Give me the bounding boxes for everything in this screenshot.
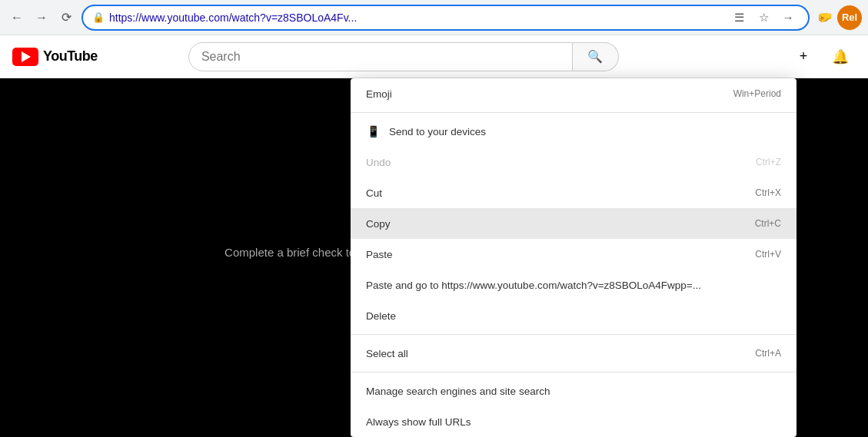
menu-item-label-cut: Cut xyxy=(366,187,382,199)
share-button[interactable]: → xyxy=(777,7,799,28)
reload-button[interactable]: ⟳ xyxy=(55,7,77,28)
menu-item-left-paste-and-go: Paste and go to https://www.youtube.com/… xyxy=(366,280,701,291)
youtube-right-actions: + 🔔 xyxy=(788,41,856,72)
main-content: Verify your age Complete a brief check t… xyxy=(0,78,868,437)
read-mode-button[interactable]: ☰ xyxy=(728,7,750,28)
notification-button[interactable]: 🔔 xyxy=(825,41,856,72)
menu-shortcut-paste: Ctrl+V xyxy=(755,249,781,260)
address-bar-actions: ☰ ☆ → xyxy=(728,7,799,28)
menu-item-left-delete: Delete xyxy=(366,310,396,322)
menu-item-left-cut: Cut xyxy=(366,187,382,199)
context-menu-item-delete[interactable]: Delete xyxy=(351,300,796,331)
menu-item-label-delete: Delete xyxy=(366,310,396,322)
context-menu-item-paste-and-go[interactable]: Paste and go to https://www.youtube.com/… xyxy=(351,270,796,300)
profile-button[interactable]: Rel xyxy=(837,5,862,30)
context-menu-item-send-to-devices[interactable]: 📱Send to your devices xyxy=(351,116,796,147)
address-bar[interactable]: 🔒 ☰ ☆ → xyxy=(81,5,810,31)
menu-item-label-show-full-urls: Always show full URLs xyxy=(366,416,471,428)
menu-shortcut-cut: Ctrl+X xyxy=(755,187,781,198)
menu-shortcut-copy: Ctrl+C xyxy=(755,218,781,229)
context-menu: EmojiWin+Period📱Send to your devicesUndo… xyxy=(351,78,796,437)
secure-icon: 🔒 xyxy=(92,12,105,23)
menu-item-label-paste: Paste xyxy=(366,249,393,260)
extensions-button[interactable]: 🤛 xyxy=(814,7,836,28)
context-menu-item-cut[interactable]: CutCtrl+X xyxy=(351,177,796,208)
browser-chrome: ← → ⟳ 🔒 ☰ ☆ → 🤛 Rel xyxy=(0,0,868,35)
menu-item-left-emoji: Emoji xyxy=(366,88,392,100)
menu-item-label-emoji: Emoji xyxy=(366,88,392,100)
forward-button[interactable]: → xyxy=(31,7,52,28)
browser-right-actions: 🤛 Rel xyxy=(814,5,862,30)
menu-item-label-send-to-devices: Send to your devices xyxy=(389,126,486,137)
create-button[interactable]: + xyxy=(788,41,819,72)
context-menu-item-emoji[interactable]: EmojiWin+Period xyxy=(351,78,796,109)
menu-item-label-select-all: Select all xyxy=(366,348,408,359)
context-menu-item-paste[interactable]: PasteCtrl+V xyxy=(351,239,796,270)
menu-item-label-undo: Undo xyxy=(366,157,391,168)
menu-divider xyxy=(351,372,796,372)
context-menu-item-show-full-urls[interactable]: Always show full URLs xyxy=(351,406,796,437)
menu-item-left-show-full-urls: Always show full URLs xyxy=(366,416,471,428)
menu-item-left-undo: Undo xyxy=(366,157,391,168)
menu-item-label-manage-search: Manage search engines and site search xyxy=(366,386,550,397)
context-menu-item-manage-search[interactable]: Manage search engines and site search xyxy=(351,376,796,406)
menu-item-left-send-to-devices: 📱Send to your devices xyxy=(366,124,486,138)
youtube-logo[interactable]: YouTube xyxy=(12,48,98,66)
youtube-wordmark: YouTube xyxy=(43,48,98,65)
youtube-icon xyxy=(12,48,38,66)
profile-initial: Rel xyxy=(842,12,857,23)
menu-item-left-paste: Paste xyxy=(366,249,393,260)
context-menu-item-copy[interactable]: CopyCtrl+C xyxy=(351,208,796,239)
star-button[interactable]: ☆ xyxy=(753,7,774,28)
search-button[interactable]: 🔍 xyxy=(573,42,619,71)
send-to-icon: 📱 xyxy=(366,124,380,138)
search-input[interactable] xyxy=(201,50,560,64)
url-input[interactable] xyxy=(109,12,723,24)
nav-buttons: ← → ⟳ xyxy=(6,7,77,28)
back-button[interactable]: ← xyxy=(6,7,28,28)
context-menu-item-undo: UndoCtrl+Z xyxy=(351,147,796,177)
menu-shortcut-select-all: Ctrl+A xyxy=(755,348,781,359)
menu-shortcut-undo: Ctrl+Z xyxy=(756,157,781,167)
search-bar: 🔍 xyxy=(188,42,619,71)
menu-item-label-paste-and-go: Paste and go to https://www.youtube.com/… xyxy=(366,280,701,291)
search-input-wrapper xyxy=(188,42,573,71)
context-menu-item-select-all[interactable]: Select allCtrl+A xyxy=(351,338,796,369)
menu-item-left-select-all: Select all xyxy=(366,348,408,359)
menu-item-label-copy: Copy xyxy=(366,218,391,230)
menu-divider xyxy=(351,112,796,113)
youtube-header: YouTube 🔍 + 🔔 xyxy=(0,35,868,78)
menu-shortcut-emoji: Win+Period xyxy=(733,88,781,99)
menu-divider xyxy=(351,334,796,335)
menu-item-left-copy: Copy xyxy=(366,218,391,230)
menu-item-left-manage-search: Manage search engines and site search xyxy=(366,386,550,397)
